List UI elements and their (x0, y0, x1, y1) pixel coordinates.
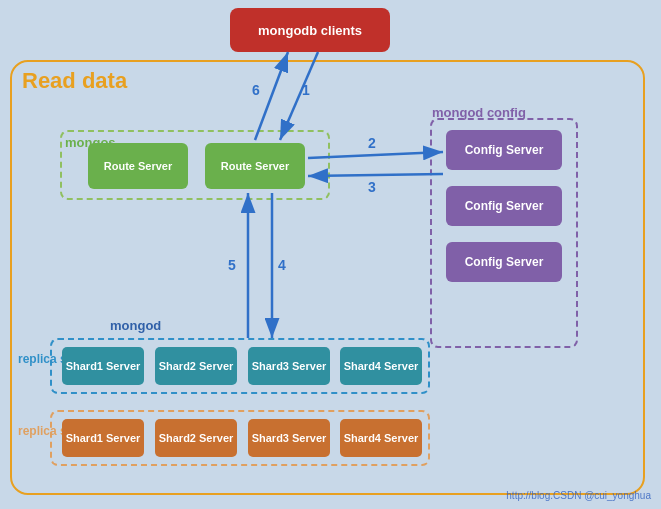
config-server-2: Config Server (446, 186, 562, 226)
read-data-label: Read data (22, 68, 127, 94)
replica2-shard1: Shard1 Server (62, 419, 144, 457)
route-server-1: Route Server (88, 143, 188, 189)
config-server-3: Config Server (446, 242, 562, 282)
replica1-shard3: Shard3 Server (248, 347, 330, 385)
mongodb-clients-label: mongodb clients (258, 23, 362, 38)
replica2-shard4: Shard4 Server (340, 419, 422, 457)
replica2-shard2: Shard2 Server (155, 419, 237, 457)
replica1-shard1: Shard1 Server (62, 347, 144, 385)
replica1-shard4: Shard4 Server (340, 347, 422, 385)
replica1-shard2: Shard2 Server (155, 347, 237, 385)
watermark: http://blog.CSDN @cui_yonghua (506, 490, 651, 501)
mongod-label: mongod (110, 318, 161, 333)
route-server-2: Route Server (205, 143, 305, 189)
config-server-1: Config Server (446, 130, 562, 170)
replica2-shard3: Shard3 Server (248, 419, 330, 457)
mongodb-clients-box: mongodb clients (230, 8, 390, 52)
